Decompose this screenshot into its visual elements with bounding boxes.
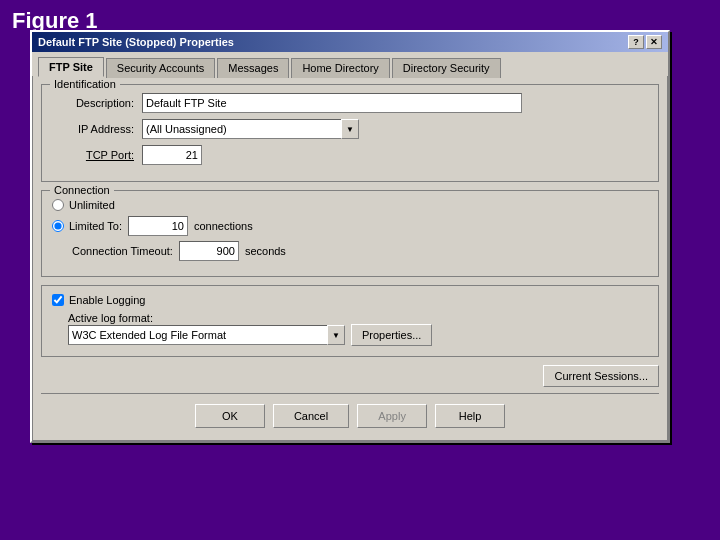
enable-logging-row: Enable Logging <box>52 294 648 306</box>
apply-button[interactable]: Apply <box>357 404 427 428</box>
unlimited-row: Unlimited <box>52 199 648 211</box>
identification-group: Identification Description: IP Address: … <box>41 84 659 182</box>
ip-address-dropdown-btn[interactable]: ▼ <box>341 119 359 139</box>
tcp-port-row: TCP Port: <box>52 145 648 165</box>
dialog-window: Default FTP Site (Stopped) Properties ? … <box>30 30 670 443</box>
timeout-label: Connection Timeout: <box>72 245 173 257</box>
description-row: Description: <box>52 93 648 113</box>
ip-address-dropdown-wrap: ▼ <box>142 119 359 139</box>
tcp-port-label: TCP Port: <box>52 149 142 161</box>
connection-group: Connection Unlimited Limited To: connect… <box>41 190 659 277</box>
active-log-format-label: Active log format: <box>68 312 153 324</box>
title-bar: Default FTP Site (Stopped) Properties ? … <box>32 32 668 52</box>
tab-directory-security[interactable]: Directory Security <box>392 58 501 78</box>
bottom-divider <box>41 393 659 394</box>
log-format-dropdown-wrap: ▼ <box>68 325 345 345</box>
ok-button[interactable]: OK <box>195 404 265 428</box>
current-sessions-wrap: Current Sessions... <box>41 365 659 387</box>
dropdown-arrow-icon: ▼ <box>346 125 354 134</box>
tabs-row: FTP Site Security Accounts Messages Home… <box>32 52 668 76</box>
dialog-content: Identification Description: IP Address: … <box>32 76 668 441</box>
limited-to-input[interactable] <box>128 216 188 236</box>
description-label: Description: <box>52 97 142 109</box>
ip-address-label: IP Address: <box>52 123 142 135</box>
tab-home-directory[interactable]: Home Directory <box>291 58 389 78</box>
title-bar-buttons: ? ✕ <box>628 35 662 49</box>
tab-security-accounts[interactable]: Security Accounts <box>106 58 215 78</box>
log-format-dropdown-btn[interactable]: ▼ <box>327 325 345 345</box>
tcp-port-input[interactable] <box>142 145 202 165</box>
seconds-suffix: seconds <box>245 245 286 257</box>
timeout-row: Connection Timeout: seconds <box>52 241 648 261</box>
cancel-button[interactable]: Cancel <box>273 404 349 428</box>
help-button-bottom[interactable]: Help <box>435 404 505 428</box>
enable-logging-label: Enable Logging <box>69 294 145 306</box>
tab-messages[interactable]: Messages <box>217 58 289 78</box>
title-bar-text: Default FTP Site (Stopped) Properties <box>38 36 234 48</box>
close-button[interactable]: ✕ <box>646 35 662 49</box>
identification-group-label: Identification <box>50 78 120 90</box>
limited-to-radio[interactable] <box>52 220 64 232</box>
log-format-arrow-icon: ▼ <box>332 331 340 340</box>
current-sessions-button[interactable]: Current Sessions... <box>543 365 659 387</box>
ip-address-input[interactable] <box>142 119 342 139</box>
log-format-sublabel-row: Active log format: <box>52 312 648 324</box>
connections-suffix: connections <box>194 220 253 232</box>
ip-address-row: IP Address: ▼ <box>52 119 648 139</box>
log-format-input[interactable] <box>68 325 328 345</box>
properties-button[interactable]: Properties... <box>351 324 432 346</box>
connection-group-label: Connection <box>50 184 114 196</box>
bottom-buttons: OK Cancel Apply Help <box>41 398 659 432</box>
log-format-row: ▼ Properties... <box>68 324 648 346</box>
limited-to-row: Limited To: connections <box>52 216 648 236</box>
enable-logging-checkbox[interactable] <box>52 294 64 306</box>
unlimited-label: Unlimited <box>69 199 115 211</box>
tab-ftp-site[interactable]: FTP Site <box>38 57 104 77</box>
logging-group: Enable Logging Active log format: ▼ Prop… <box>41 285 659 357</box>
timeout-input[interactable] <box>179 241 239 261</box>
unlimited-radio[interactable] <box>52 199 64 211</box>
limited-to-label: Limited To: <box>69 220 122 232</box>
description-input[interactable] <box>142 93 522 113</box>
help-button[interactable]: ? <box>628 35 644 49</box>
